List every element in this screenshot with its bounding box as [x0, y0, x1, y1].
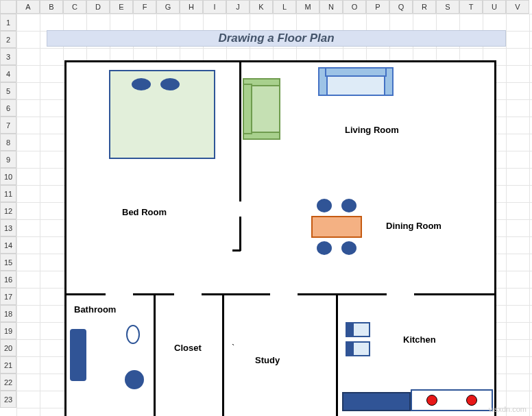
row-header[interactable]: 21 [0, 356, 16, 374]
row-header[interactable]: 12 [0, 202, 16, 219]
burner-shape[interactable] [426, 395, 437, 406]
row-header[interactable]: 15 [0, 254, 16, 271]
toilet-shape[interactable] [125, 370, 144, 389]
kitchen-seat-back [346, 341, 354, 356]
col-header[interactable]: J [226, 0, 250, 14]
counter-shape[interactable] [342, 392, 411, 411]
door-gap [387, 293, 414, 295]
col-header[interactable]: A [16, 0, 40, 14]
blue-sofa-back [325, 67, 387, 77]
label-living: Living Room [342, 123, 402, 136]
door-gap [106, 293, 133, 295]
dining-chair-shape[interactable] [341, 199, 356, 212]
label-kitchen: Kitchen [400, 333, 439, 346]
row-header[interactable]: 23 [0, 391, 16, 408]
row-header[interactable]: 9 [0, 151, 16, 168]
row-header[interactable]: 5 [0, 82, 16, 99]
wall [336, 293, 338, 416]
col-header[interactable]: H [180, 0, 203, 14]
col-header[interactable]: K [250, 0, 273, 14]
col-header[interactable]: Q [389, 0, 413, 14]
row-header[interactable]: 6 [0, 99, 16, 117]
spreadsheet: A B C D E F G H I J K L M N O P Q R S T … [0, 0, 532, 416]
row-header[interactable]: 7 [0, 117, 16, 134]
watermark: wsxdn.com [489, 405, 527, 413]
row-header[interactable]: 17 [0, 288, 16, 305]
wall [239, 60, 241, 201]
col-header[interactable]: O [343, 0, 366, 14]
wall [239, 217, 241, 251]
wall [232, 249, 241, 252]
col-header[interactable]: G [156, 0, 180, 14]
door-gap [174, 293, 202, 295]
sink-shape[interactable] [126, 325, 140, 344]
pillow-shape[interactable] [132, 78, 151, 90]
col-header[interactable]: I [203, 0, 226, 14]
label-bedroom: Bed Room [119, 206, 169, 219]
row-header[interactable]: 2 [0, 31, 16, 48]
row-header[interactable]: 14 [0, 236, 16, 254]
col-header[interactable]: F [133, 0, 156, 14]
col-header[interactable]: E [110, 0, 133, 14]
row-header[interactable]: 20 [0, 339, 16, 356]
col-header[interactable]: R [413, 0, 436, 14]
burner-shape[interactable] [466, 395, 477, 406]
col-header[interactable]: L [273, 0, 296, 14]
row-header[interactable]: 11 [0, 185, 16, 202]
row-header[interactable]: 19 [0, 322, 16, 339]
col-header[interactable]: M [296, 0, 319, 14]
col-header[interactable]: B [40, 0, 63, 14]
wall [222, 293, 224, 416]
col-header[interactable]: T [459, 0, 483, 14]
stove-shape[interactable] [411, 389, 493, 411]
col-header[interactable]: P [366, 0, 389, 14]
bathtub-shape[interactable] [70, 329, 86, 381]
col-header[interactable]: U [483, 0, 506, 14]
label-closet: Closet [171, 341, 204, 354]
row-header[interactable]: 4 [0, 65, 16, 82]
row-header[interactable]: 22 [0, 374, 16, 391]
dining-chair-shape[interactable] [317, 199, 332, 212]
page-title: Drawing a Floor Plan [47, 30, 506, 47]
kitchen-seat-back [346, 322, 354, 337]
row-header[interactable]: 16 [0, 271, 16, 288]
dining-table-shape[interactable] [311, 216, 362, 238]
wall [154, 293, 156, 416]
green-sofa-back [243, 84, 252, 134]
col-header[interactable]: N [319, 0, 343, 14]
row-header[interactable]: 18 [0, 305, 16, 322]
row-header[interactable]: 13 [0, 219, 16, 236]
col-header[interactable]: V [506, 0, 529, 14]
grid-area[interactable]: Drawing a Floor Plan [16, 14, 532, 416]
label-dining: Dining Room [383, 219, 444, 232]
label-study: Study [252, 354, 282, 367]
stray-text: ` [229, 341, 237, 354]
dining-chair-shape[interactable] [317, 241, 332, 255]
row-header[interactable]: 3 [0, 48, 16, 65]
dining-chair-shape[interactable] [341, 241, 356, 255]
row-header[interactable]: 10 [0, 168, 16, 185]
row-header[interactable]: 1 [0, 14, 16, 31]
row-header[interactable]: 8 [0, 134, 16, 151]
select-all-corner[interactable] [0, 0, 16, 14]
door-gap [270, 293, 298, 295]
label-bathroom: Bathroom [71, 303, 119, 316]
col-header[interactable]: D [86, 0, 110, 14]
pillow-shape[interactable] [160, 78, 180, 90]
col-header[interactable]: C [63, 0, 86, 14]
col-header[interactable]: S [436, 0, 459, 14]
